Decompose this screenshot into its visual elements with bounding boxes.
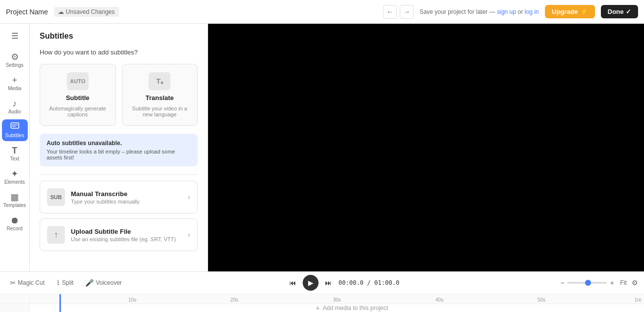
elements-icon: ✦ [11,169,18,178]
subtitles-icon [10,122,19,132]
add-media-plus-icon: + [316,304,320,312]
video-canvas [208,24,644,271]
manual-transcribe-icon: SUB [47,188,65,206]
sidebar-item-audio[interactable]: ♪ Audio [2,96,28,117]
sidebar-item-media[interactable]: + Media [2,73,28,94]
split-label: Split [62,279,73,286]
sidebar-item-elements[interactable]: ✦ Elements [2,166,28,188]
manual-transcribe-text: Manual Transcribe Type your subtitles ma… [71,190,182,205]
timeline-ruler: 10s 20s 30s 40s 50s 1m [30,294,644,304]
unsaved-changes-badge: ☁ Unsaved Changes [54,7,119,17]
split-icon: ⌇ [56,279,60,287]
upload-subtitle-title: Upload Subtitle File [71,228,182,235]
subtitle-option-translate[interactable]: Tₐ Translate Subtitle your video in a ne… [122,64,198,126]
add-media-label: Add media to this project [323,305,388,312]
save-text: Save your project for later — sign up or… [420,8,539,15]
ruler-label-50s: 50s [537,297,545,303]
translate-option-title: Translate [146,94,174,102]
sidebar-item-record[interactable]: ⏺ Record [2,213,28,234]
redo-button[interactable]: → [400,5,414,19]
sign-up-link[interactable]: sign up [497,8,516,15]
manual-transcribe-desc: Type your subtitles manually [71,199,182,205]
upload-subtitle-desc: Use an existing subtitles file (eg. SRT,… [71,236,182,242]
timeline-area: 10s 20s 30s 40s 50s 1m + Add media to th… [30,294,644,312]
ruler-label-40s: 40s [435,297,443,303]
skip-forward-button[interactable]: ⏭ [322,276,335,290]
zoom-in-button[interactable]: + [609,278,615,288]
video-preview [208,24,644,271]
sidebar-audio-label: Audio [8,109,21,114]
sidebar-subtitles-label: Subtitles [5,133,24,138]
zoom-thumb [585,280,591,286]
voiceover-label: Voiceover [96,279,122,286]
settings-icon: ⚙ [11,52,19,61]
sidebar-item-templates[interactable]: ▦ Templates [2,190,28,211]
sidebar-item-text[interactable]: T Text [2,143,28,164]
sidebar-item-subtitles[interactable]: Subtitles [2,119,28,141]
alert-title: Auto subtitles unavailable. [47,140,191,147]
divider [40,174,198,175]
magic-cut-button[interactable]: ✂ Magic Cut [6,277,49,289]
voiceover-button[interactable]: 🎤 Voiceover [81,277,126,289]
checkmark-icon: ✓ [626,8,631,15]
record-icon: ⏺ [10,216,19,225]
manual-transcribe-title: Manual Transcribe [71,190,182,198]
media-icon: + [12,76,17,85]
unsaved-label: Unsaved Changes [66,8,115,15]
done-button[interactable]: Done ✓ [601,5,639,18]
main-area: ☰ ⚙ Settings + Media ♪ Audio Subtitles T [0,24,644,271]
panel-title: Subtitles [30,24,208,45]
subtitle-options: AUTO Subtitle Automagically generate cap… [30,64,208,134]
done-label: Done [608,8,624,15]
upload-subtitle-item[interactable]: ↑ Upload Subtitle File Use an existing s… [40,218,198,251]
log-in-link[interactable]: log in [525,8,539,15]
sidebar-settings-label: Settings [5,62,23,68]
subtitle-option-desc: Automagically generate captions [46,105,109,117]
mic-icon: 🎤 [85,279,94,287]
timeline-controls: ✂ Magic Cut ⌇ Split 🎤 Voiceover ⏮ ▶ ⏭ 00… [0,272,644,294]
upload-subtitle-text: Upload Subtitle File Use an existing sub… [71,228,182,242]
sidebar-media-label: Media [8,86,21,91]
zoom-slider[interactable] [567,282,607,284]
subtitle-option-title: Subtitle [66,94,90,102]
split-button[interactable]: ⌇ Split [53,277,77,289]
current-time: 00:00.0 / 01:00.0 [338,279,399,286]
sidebar-item-settings[interactable]: ⚙ Settings [2,50,28,71]
templates-icon: ▦ [10,193,19,202]
add-media-row[interactable]: + Add media to this project [59,304,644,312]
sidebar: ☰ ⚙ Settings + Media ♪ Audio Subtitles T [0,24,30,271]
upgrade-button[interactable]: Upgrade ⚡ [545,5,595,18]
timeline-playhead [59,294,61,312]
sidebar-record-label: Record [6,226,22,231]
subtitles-panel: Subtitles How do you want to add subtitl… [30,24,208,271]
translate-icon: Tₐ [149,72,170,90]
undo-redo-controls: ← → [383,5,414,19]
zoom-out-button[interactable]: − [559,278,565,288]
fit-button[interactable]: Fit [617,277,630,288]
ruler-label-30s: 30s [333,297,341,303]
upgrade-label: Upgrade [552,8,578,15]
chevron-right-icon: › [188,193,190,202]
timeline-settings-button[interactable]: ⚙ [632,279,638,287]
ruler-label-10s: 10s [128,297,136,303]
play-controls: ⏮ ▶ ⏭ 00:00.0 / 01:00.0 [286,275,399,291]
menu-icon[interactable]: ☰ [7,28,23,44]
topbar: Project Name ☁ Unsaved Changes ← → Save … [0,0,644,24]
svg-rect-0 [11,123,19,128]
sidebar-text-label: Text [10,156,19,161]
magic-cut-label: Magic Cut [18,279,45,286]
play-button[interactable]: ▶ [303,275,319,291]
cloud-icon: ☁ [58,8,64,15]
bottom-bar: ✂ Magic Cut ⌇ Split 🎤 Voiceover ⏮ ▶ ⏭ 00… [0,271,644,312]
subtitle-option-auto[interactable]: AUTO Subtitle Automagically generate cap… [40,64,116,126]
audio-icon: ♪ [12,99,17,108]
manual-transcribe-item[interactable]: SUB Manual Transcribe Type your subtitle… [40,181,198,213]
panel-question: How do you want to add subtitles? [30,45,208,64]
translate-option-desc: Subtitle your video in a new language [128,105,192,117]
sidebar-elements-label: Elements [4,179,25,185]
text-icon: T [12,146,17,155]
zoom-controls: − + Fit ⚙ [559,277,638,288]
skip-back-button[interactable]: ⏮ [286,276,300,290]
alert-box: Auto subtitles unavailable. Your timelin… [40,134,198,166]
undo-button[interactable]: ← [383,5,397,19]
